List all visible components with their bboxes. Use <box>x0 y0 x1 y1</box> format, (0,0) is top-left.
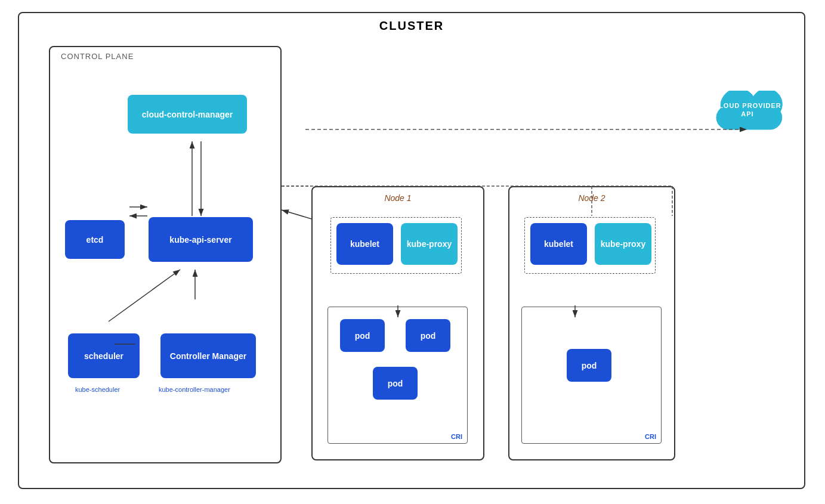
pod1-box: pod <box>340 319 385 352</box>
node2-pod-container: pod CRI <box>521 307 662 444</box>
pod2-label: pod <box>421 331 436 341</box>
cri1-label: CRI <box>451 433 462 440</box>
kubelet2-label: kubelet <box>544 239 573 249</box>
pod1-label: pod <box>355 331 370 341</box>
scheduler-label: scheduler <box>84 351 123 361</box>
node2-box: Node 2 kubelet kube-proxy pod CRI <box>508 186 675 460</box>
scheduler-box: scheduler <box>68 333 140 378</box>
cloud-provider-label: CLOUD PROVIDER API <box>710 101 785 119</box>
svg-line-9 <box>282 210 311 219</box>
pod3-label: pod <box>388 379 403 388</box>
scheduler-sublabel: kube-scheduler <box>75 386 120 393</box>
cloud-control-manager-box: cloud-control-manager <box>128 95 247 134</box>
kubeproxy1-label: kube-proxy <box>407 239 452 249</box>
control-plane-box: CONTROL PLANE cloud-control-manager etcd… <box>49 46 282 463</box>
node2-label: Node 2 <box>578 193 605 203</box>
pod2-box: pod <box>406 319 450 352</box>
controller-manager-box: Controller Manager <box>160 333 256 378</box>
kubelet2-box: kubelet <box>530 223 587 265</box>
controller-sublabel: kube-controller-manager <box>159 386 230 393</box>
kubelet1-label: kubelet <box>350 239 379 249</box>
diagram-container: CLUSTER CONTROL PLANE cloud-control-mana… <box>18 12 805 489</box>
kubelet1-box: kubelet <box>336 223 393 265</box>
cluster-label: CLUSTER <box>379 19 444 33</box>
etcd-label: etcd <box>86 235 104 245</box>
kubeproxy1-box: kube-proxy <box>401 223 458 265</box>
etcd-box: etcd <box>65 220 125 259</box>
controller-label: Controller Manager <box>170 351 246 361</box>
kubeproxy2-label: kube-proxy <box>601 239 645 249</box>
pod4-box: pod <box>567 349 611 382</box>
kube-api-server-box: kube-api-server <box>149 217 253 262</box>
kube-api-label: kube-api-server <box>169 235 231 245</box>
node1-label: Node 1 <box>384 193 411 203</box>
node1-pod-container: pod pod pod CRI <box>327 307 468 444</box>
node1-box: Node 1 kubelet kube-proxy pod pod pod <box>311 186 484 460</box>
kubeproxy2-box: kube-proxy <box>595 223 651 265</box>
pod3-box: pod <box>373 367 418 400</box>
cloud-control-manager-label: cloud-control-manager <box>142 110 233 119</box>
cri2-label: CRI <box>645 433 656 440</box>
control-plane-label: CONTROL PLANE <box>61 52 134 61</box>
pod4-label: pod <box>582 361 597 370</box>
